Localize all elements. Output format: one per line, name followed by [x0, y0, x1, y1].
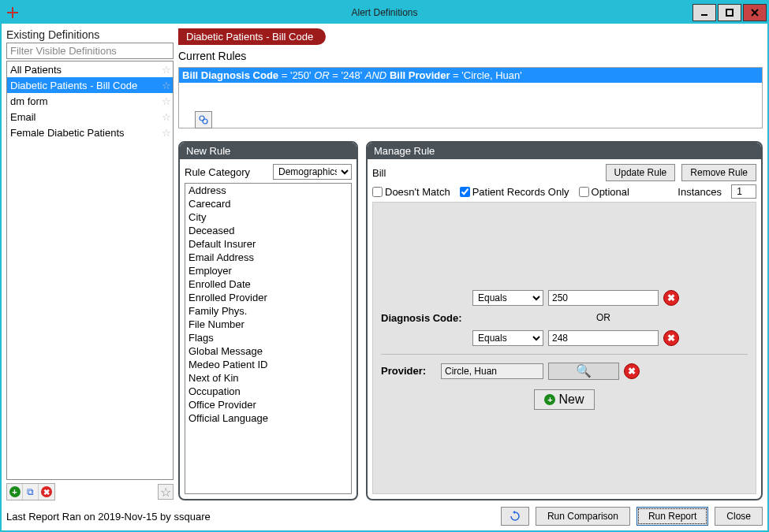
manage-top-row: Bill Update Rule Remove Rule: [372, 164, 756, 181]
svg-point-7: [203, 119, 207, 124]
delete-diag-1-button[interactable]: ✖: [663, 290, 679, 306]
field-item[interactable]: Next of Kin: [185, 371, 351, 385]
rule-settings-button[interactable]: [195, 111, 212, 128]
diag-op-2-select[interactable]: Equals: [472, 330, 543, 346]
manage-rule-panel: Manage Rule Bill Update Rule Remove Rule: [366, 141, 763, 500]
field-item[interactable]: Office Provider: [185, 398, 351, 411]
field-item[interactable]: Official Language: [185, 411, 351, 425]
diagnosis-code-label: Diagnosis Code:: [381, 312, 468, 324]
provider-row: Provider: 🔍 ✖: [381, 363, 748, 380]
manage-rule-header: Manage Rule: [368, 143, 761, 159]
app-icon: [2, 2, 24, 24]
diag-value-2-input[interactable]: [548, 330, 659, 346]
definition-item[interactable]: Diabetic Patients - Bill Code☆: [7, 77, 173, 93]
favorite-button[interactable]: ☆: [158, 484, 174, 500]
delete-icon: ✖: [41, 486, 52, 497]
field-item[interactable]: Employer: [185, 264, 351, 277]
update-rule-button[interactable]: Update Rule: [606, 164, 676, 181]
content-area: Existing Definitions All Patients☆Diabet…: [2, 24, 767, 530]
field-item[interactable]: Global Message: [185, 344, 351, 358]
filter-definitions-input[interactable]: [6, 43, 174, 59]
delete-diag-2-button[interactable]: ✖: [663, 330, 679, 346]
definition-label: Diabetic Patients - Bill Code: [10, 80, 137, 91]
copy-definition-button[interactable]: ⧉: [23, 484, 39, 500]
refresh-button[interactable]: [501, 507, 529, 526]
delete-provider-button[interactable]: ✖: [624, 363, 640, 379]
optional-checkbox[interactable]: Optional: [579, 186, 629, 198]
minimize-button[interactable]: [692, 4, 716, 21]
star-icon[interactable]: ☆: [162, 80, 171, 91]
field-item[interactable]: Carecard: [185, 197, 351, 210]
delete-definition-button[interactable]: ✖: [39, 484, 54, 500]
field-item[interactable]: City: [185, 210, 351, 224]
field-list[interactable]: AddressCarecardCityDeceasedDefault Insur…: [185, 183, 352, 494]
new-rule-header: New Rule: [180, 143, 357, 159]
instances-label: Instances: [678, 186, 722, 198]
run-report-button[interactable]: Run Report: [636, 507, 708, 526]
remove-rule-button[interactable]: Remove Rule: [681, 164, 756, 181]
window-controls: [692, 2, 767, 23]
field-item[interactable]: Address: [185, 184, 351, 197]
definition-title-ribbon: Diabetic Patients - Bill Code: [178, 28, 326, 45]
diagnosis-row-1: Equals ✖: [381, 290, 748, 306]
field-item[interactable]: Default Insurer: [185, 237, 351, 251]
current-rules-box: Bill Diagnosis Code = '250' OR = '248' A…: [178, 67, 763, 128]
star-icon[interactable]: ☆: [162, 127, 171, 139]
field-item[interactable]: Enrolled Provider: [185, 291, 351, 304]
field-item[interactable]: Enrolled Date: [185, 277, 351, 291]
field-item[interactable]: Occupation: [185, 385, 351, 398]
definition-item[interactable]: Female Diabetic Patients☆: [7, 125, 173, 140]
new-rule-panel: New Rule Rule Category Demographics Addr…: [178, 141, 358, 500]
main-columns: Existing Definitions All Patients☆Diabet…: [6, 28, 763, 500]
field-item[interactable]: Email Address: [185, 251, 351, 264]
instances-stepper[interactable]: [731, 184, 756, 199]
field-item[interactable]: Deceased: [185, 224, 351, 237]
definition-label: Female Diabetic Patients: [10, 127, 125, 139]
diag-value-1-input[interactable]: [548, 290, 659, 306]
definition-item[interactable]: dm form☆: [7, 93, 173, 109]
plus-icon: +: [9, 486, 21, 497]
sidebar-title: Existing Definitions: [6, 28, 174, 41]
doesnt-match-checkbox[interactable]: Doesn't Match: [372, 186, 450, 198]
titlebar[interactable]: Alert Definitions: [2, 2, 767, 24]
close-button[interactable]: Close: [715, 507, 763, 526]
field-item[interactable]: Flags: [185, 331, 351, 344]
provider-value-input[interactable]: [441, 363, 543, 379]
svg-rect-3: [726, 9, 733, 16]
diagnosis-label-row: Diagnosis Code: OR: [381, 312, 748, 324]
field-item[interactable]: Medeo Patient ID: [185, 358, 351, 371]
sidebar-toolbar: + ⧉ ✖ ☆: [6, 483, 174, 500]
star-icon[interactable]: ☆: [162, 95, 171, 107]
provider-label: Provider:: [381, 365, 436, 377]
provider-search-button[interactable]: 🔍: [548, 363, 619, 380]
plus-icon: +: [544, 394, 555, 405]
footer-status: Last Report Ran on 2019-Nov-15 by ssquar…: [6, 511, 211, 523]
new-condition-button[interactable]: + New: [534, 389, 594, 410]
field-item[interactable]: File Number: [185, 318, 351, 331]
rule-row[interactable]: Bill Diagnosis Code = '250' OR = '248' A…: [179, 68, 762, 83]
definition-label: Email: [10, 111, 36, 123]
star-icon[interactable]: ☆: [162, 64, 171, 76]
rule-category-row: Rule Category Demographics: [185, 164, 352, 180]
window-title: Alert Definitions: [351, 7, 417, 18]
definition-label: dm form: [10, 95, 48, 107]
star-icon[interactable]: ☆: [162, 111, 171, 123]
close-window-button[interactable]: [743, 4, 767, 21]
rule-subject-label: Bill: [372, 167, 386, 179]
maximize-button[interactable]: [718, 4, 741, 21]
run-comparison-button[interactable]: Run Comparison: [536, 507, 630, 526]
diag-op-1-select[interactable]: Equals: [472, 290, 543, 306]
options-row: Doesn't Match Patient Records Only Optio…: [372, 184, 756, 199]
definition-item[interactable]: All Patients☆: [7, 61, 173, 77]
field-item[interactable]: Family Phys.: [185, 304, 351, 318]
footer: Last Report Ran on 2019-Nov-15 by ssquar…: [6, 504, 763, 526]
definitions-list[interactable]: All Patients☆Diabetic Patients - Bill Co…: [6, 61, 174, 480]
rule-category-label: Rule Category: [185, 166, 250, 178]
sidebar: Existing Definitions All Patients☆Diabet…: [6, 28, 174, 500]
definition-item[interactable]: Email☆: [7, 109, 173, 125]
add-definition-button[interactable]: +: [7, 484, 23, 500]
patient-records-only-checkbox[interactable]: Patient Records Only: [460, 186, 569, 198]
rule-form-area: Equals ✖ Diagnosis Code: OR: [372, 202, 756, 494]
rule-category-select[interactable]: Demographics: [273, 164, 352, 180]
search-icon: 🔍: [576, 363, 592, 378]
